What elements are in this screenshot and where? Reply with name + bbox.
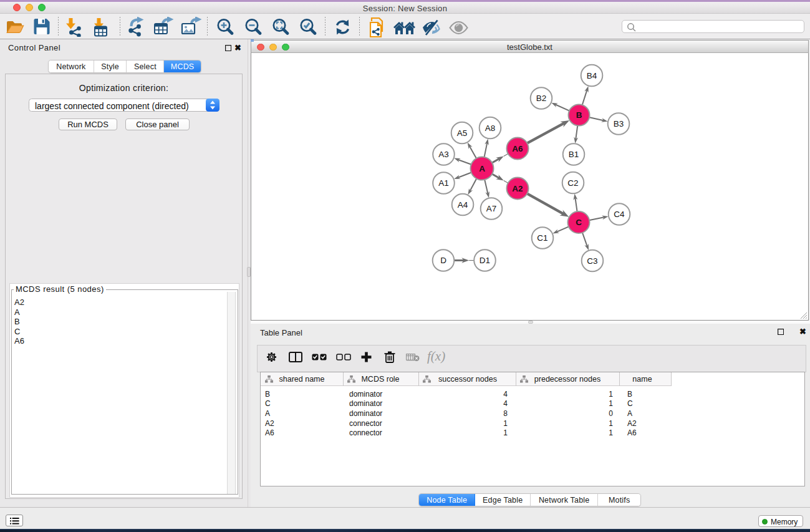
- svg-text:D: D: [440, 256, 446, 265]
- svg-text:A2: A2: [512, 183, 523, 193]
- svg-text:B: B: [576, 110, 582, 120]
- svg-text:C3: C3: [587, 256, 597, 265]
- svg-text:A6: A6: [512, 143, 523, 153]
- svg-text:A7: A7: [486, 204, 497, 213]
- svg-text:C2: C2: [567, 178, 578, 187]
- svg-text:B3: B3: [614, 119, 624, 128]
- svg-text:C1: C1: [537, 233, 547, 243]
- svg-text:D1: D1: [480, 256, 490, 265]
- svg-text:B4: B4: [587, 70, 597, 80]
- svg-text:A: A: [479, 163, 485, 173]
- svg-text:A4: A4: [458, 200, 468, 209]
- svg-text:A1: A1: [438, 178, 449, 188]
- svg-text:B2: B2: [536, 94, 547, 103]
- svg-text:C: C: [576, 218, 582, 227]
- svg-text:A8: A8: [485, 123, 496, 132]
- svg-text:C4: C4: [614, 210, 625, 219]
- svg-text:A3: A3: [438, 150, 449, 159]
- svg-text:B1: B1: [569, 150, 579, 159]
- svg-text:A5: A5: [457, 128, 468, 137]
